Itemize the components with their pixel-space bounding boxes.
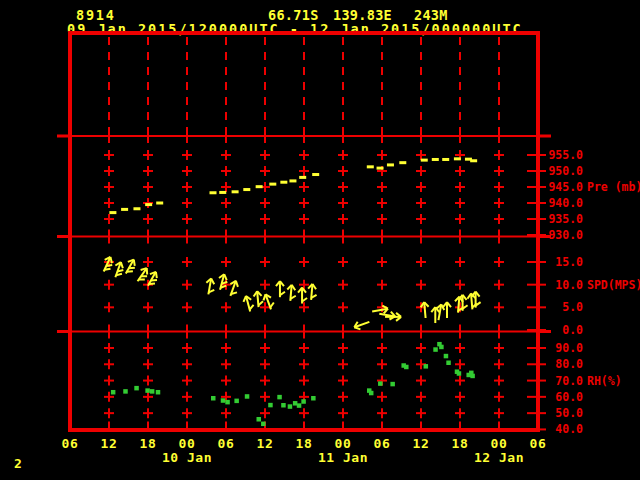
pressure-point — [421, 159, 428, 162]
page-number: 2 — [14, 456, 22, 471]
pressure-tick-label: 930.0 — [548, 228, 583, 242]
rh-point — [111, 390, 116, 395]
wind-barb — [276, 281, 285, 297]
pressure-point — [377, 167, 384, 170]
relative_humidity-tick-label: 80.0 — [555, 357, 583, 371]
rh-point — [234, 399, 239, 404]
wind-barb — [307, 284, 317, 301]
relative_humidity-tick-label: 60.0 — [555, 390, 583, 404]
meteogram-plot: 955.0950.0945.0940.0935.0930.0Pre (mb)15… — [0, 0, 640, 480]
hour-label: 18 — [295, 436, 312, 451]
rh-point — [245, 394, 250, 399]
meteogram-screen: 8914 66.71S 139.83E 243M 09 Jan 2015/120… — [0, 0, 640, 480]
pressure-point — [256, 185, 263, 188]
rh-point — [277, 395, 282, 400]
pressure-point — [232, 190, 239, 193]
rh-point — [211, 396, 216, 401]
day-label: 12 Jan — [474, 450, 524, 465]
rh-point — [404, 365, 409, 370]
rh-point — [293, 401, 298, 406]
hour-label: 18 — [451, 436, 468, 451]
wind-barb — [242, 295, 255, 313]
pressure-point — [442, 158, 449, 161]
pressure-tick-label: 955.0 — [548, 148, 583, 162]
hour-label: 12 — [100, 436, 117, 451]
rh-point — [390, 382, 395, 387]
hour-label: 00 — [334, 436, 351, 451]
day-label: 10 Jan — [162, 450, 212, 465]
pressure-point — [145, 203, 152, 206]
wind-barb — [431, 307, 439, 323]
wind_speed-tick-label: 15.0 — [555, 255, 583, 269]
wind-barb — [216, 273, 229, 291]
hour-label: 06 — [217, 436, 234, 451]
rh-point — [221, 398, 226, 403]
pressure-point — [367, 165, 374, 168]
wind_speed-tick-label: 10.0 — [555, 278, 583, 292]
wind-barb — [112, 261, 126, 279]
pressure-point — [210, 191, 217, 194]
wind_speed-unit-label: SPD(MPS) — [587, 278, 640, 292]
relative_humidity-unit-label: RH(%) — [587, 374, 622, 388]
relative_humidity-tick-label: 70.0 — [555, 374, 583, 388]
wind-barb — [286, 285, 296, 302]
wind-barb — [122, 258, 138, 276]
rh-point — [424, 364, 429, 369]
pressure-point — [312, 173, 319, 176]
pressure-tick-label: 940.0 — [548, 196, 583, 210]
pressure-point — [156, 202, 163, 205]
pressure-point — [280, 181, 287, 184]
rh-point — [457, 371, 462, 376]
pressure-unit-label: Pre (mb) — [587, 180, 640, 194]
rh-point — [145, 388, 150, 393]
hour-label: 12 — [256, 436, 273, 451]
rh-point — [297, 403, 302, 408]
wind-barb — [353, 318, 371, 331]
rh-point — [268, 403, 273, 408]
rh-point — [311, 396, 316, 401]
rh-point — [369, 391, 374, 396]
wind-barb — [204, 278, 216, 295]
hour-label: 06 — [373, 436, 390, 451]
rh-point — [446, 360, 451, 365]
rh-point — [156, 390, 161, 395]
wind_speed-tick-label: 5.0 — [562, 300, 583, 314]
pressure-point — [269, 183, 276, 186]
pressure-point — [399, 161, 406, 164]
rh-point — [301, 399, 306, 404]
hour-label: 18 — [139, 436, 156, 451]
pressure-point — [432, 158, 439, 161]
rh-point — [470, 374, 475, 379]
pressure-tick-label: 945.0 — [548, 180, 583, 194]
rh-point — [433, 347, 438, 352]
pressure-point — [387, 163, 394, 166]
relative_humidity-tick-label: 50.0 — [555, 406, 583, 420]
hour-label: 06 — [529, 436, 546, 451]
hour-label: 06 — [61, 436, 78, 451]
rh-point — [378, 381, 383, 386]
rh-point — [281, 403, 286, 408]
relative_humidity-tick-label: 90.0 — [555, 341, 583, 355]
pressure-point — [243, 188, 250, 191]
hour-label: 12 — [412, 436, 429, 451]
hour-label: 00 — [490, 436, 507, 451]
rh-point — [257, 417, 262, 422]
pressure-point — [289, 179, 296, 182]
pressure-tick-label: 935.0 — [548, 212, 583, 226]
wind-barb — [100, 255, 115, 273]
rh-point — [150, 389, 155, 394]
wind-barb — [227, 279, 241, 297]
hour-label: 00 — [178, 436, 195, 451]
wind-barb — [298, 288, 307, 304]
rh-point — [439, 345, 444, 350]
rh-point — [123, 389, 128, 394]
pressure-point — [109, 211, 116, 214]
rh-point — [134, 386, 139, 391]
pressure-point — [121, 208, 128, 211]
rh-point — [288, 404, 293, 409]
pressure-tick-label: 950.0 — [548, 164, 583, 178]
pressure-point — [470, 159, 477, 162]
pressure-point — [454, 157, 461, 160]
day-label: 11 Jan — [318, 450, 368, 465]
rh-point — [261, 422, 266, 427]
